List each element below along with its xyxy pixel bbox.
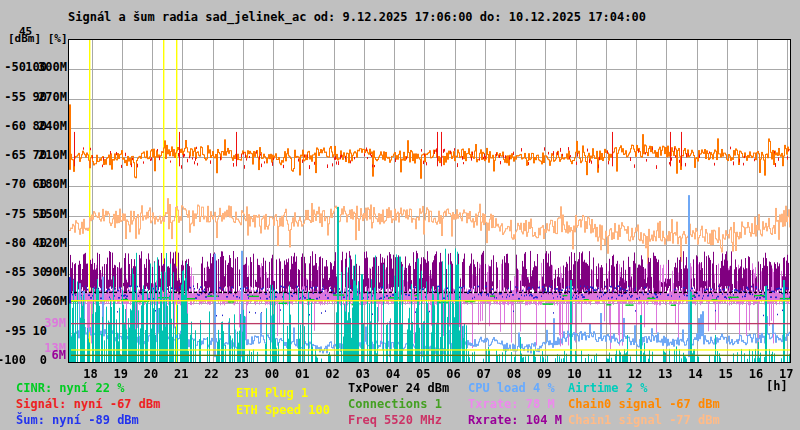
x-axis-hour-label: 09 xyxy=(533,368,555,381)
y-axis-row: -8040120M xyxy=(0,237,68,250)
y-axis-tick-label: -80 xyxy=(4,237,26,250)
legend-eth-plug: ETH Plug 1 xyxy=(236,387,308,400)
y-axis-tick-label: -60 xyxy=(4,120,26,133)
x-axis-hour-label: 18 xyxy=(80,368,102,381)
x-axis-hour-label: 00 xyxy=(261,368,283,381)
legend-cpu-load: CPU load 4 % xyxy=(468,382,555,395)
x-axis-hour-label: 12 xyxy=(624,368,646,381)
y-axis-tick-label: 120M xyxy=(38,237,67,250)
x-axis-hour-label: 07 xyxy=(473,368,495,381)
x-axis-hour-label: 19 xyxy=(110,368,132,381)
y-axis-tick-label: -90 xyxy=(4,295,26,308)
y-axis-tick-label: -85 xyxy=(4,266,26,279)
x-axis-hour-label: 06 xyxy=(443,368,465,381)
x-axis-hour-label: 13 xyxy=(654,368,676,381)
y-axis-tick-label: -55 xyxy=(4,91,26,104)
x-axis-hour-label: 16 xyxy=(745,368,767,381)
x-axis-hour-label: 15 xyxy=(715,368,737,381)
x-axis-hour-label: 08 xyxy=(503,368,525,381)
legend-chain1: Chain1 signal -77 dBm xyxy=(568,414,720,427)
legend-cinr: CINR: nyní 22 % xyxy=(16,382,124,395)
y-axis-rate-marker-label: 39M xyxy=(0,317,66,330)
y-axis-tick-label: 180M xyxy=(38,178,67,191)
y-axis-tick-label: 210M xyxy=(38,149,67,162)
y-axis-tick-label: 240M xyxy=(38,120,67,133)
x-axis-hour-label: 04 xyxy=(382,368,404,381)
y-axis-tick-label: 270M xyxy=(38,91,67,104)
y-axis-tick-label: 60M xyxy=(45,295,67,308)
y-axis-row: -6080240M xyxy=(0,120,68,133)
x-axis-hour-label: 23 xyxy=(231,368,253,381)
legend-airtime: Airtime 2 % xyxy=(568,382,647,395)
y-axis-row: -7060180M xyxy=(0,178,68,191)
y-axis-row: -6570210M xyxy=(0,149,68,162)
x-axis-hour-label: 21 xyxy=(170,368,192,381)
y-axis-rate-marker-label: 6M xyxy=(0,349,66,362)
y-axis-tick-label: -50 xyxy=(4,61,26,74)
y-axis-tick-label: 300M xyxy=(38,61,67,74)
x-axis-hour-label: 20 xyxy=(140,368,162,381)
y-axis-row: -7550150M xyxy=(0,208,68,221)
x-axis-hour-label: 11 xyxy=(594,368,616,381)
signal-noise-graph-page: Signál a šum radia sad_jelinek_ac od: 9.… xyxy=(0,0,800,430)
x-axis-hour-label: 22 xyxy=(201,368,223,381)
legend-eth-speed: ETH Speed 100 xyxy=(236,404,330,417)
legend-txrate: Txrate: 78 M xyxy=(468,398,555,411)
x-axis-hour-label: 03 xyxy=(352,368,374,381)
legend-noise: Šum: nyní -89 dBm xyxy=(16,414,139,427)
legend-freq: Freq 5520 MHz xyxy=(348,414,442,427)
y-axis-row: -902060M xyxy=(0,295,68,308)
graph-title: Signál a šum radia sad_jelinek_ac od: 9.… xyxy=(68,11,646,24)
y-axis-tick-label: -70 xyxy=(4,178,26,191)
legend-signal: Signál: nyní -67 dBm xyxy=(16,398,161,411)
x-axis-unit-label: [h] xyxy=(766,380,788,393)
y-axis-tick-label: -75 xyxy=(4,208,26,221)
graph-plot-canvas xyxy=(68,39,791,363)
x-axis-hour-label: 05 xyxy=(412,368,434,381)
x-axis-hour-label: 14 xyxy=(685,368,707,381)
y-axis-row: -50100300M xyxy=(0,61,68,74)
legend-connections: Connections 1 xyxy=(348,398,442,411)
legend-rxrate: Rxrate: 104 M xyxy=(468,414,562,427)
legend-txpower: TxPower 24 dBm xyxy=(348,382,449,395)
y-axis-row: -853090M xyxy=(0,266,68,279)
legend-chain0: Chain0 signal -67 dBm xyxy=(568,398,720,411)
y-axis-row: -5590270M xyxy=(0,91,68,104)
y-axis-tick-label: 90M xyxy=(45,266,67,279)
x-axis-hour-label: 10 xyxy=(564,368,586,381)
x-axis-hour-label: 02 xyxy=(322,368,344,381)
y-axis-tick-label: -65 xyxy=(4,149,26,162)
y-axis-tick-label: 150M xyxy=(38,208,67,221)
axis-units-label: [dBm] [%] xyxy=(8,33,68,45)
x-axis-hour-label: 01 xyxy=(291,368,313,381)
